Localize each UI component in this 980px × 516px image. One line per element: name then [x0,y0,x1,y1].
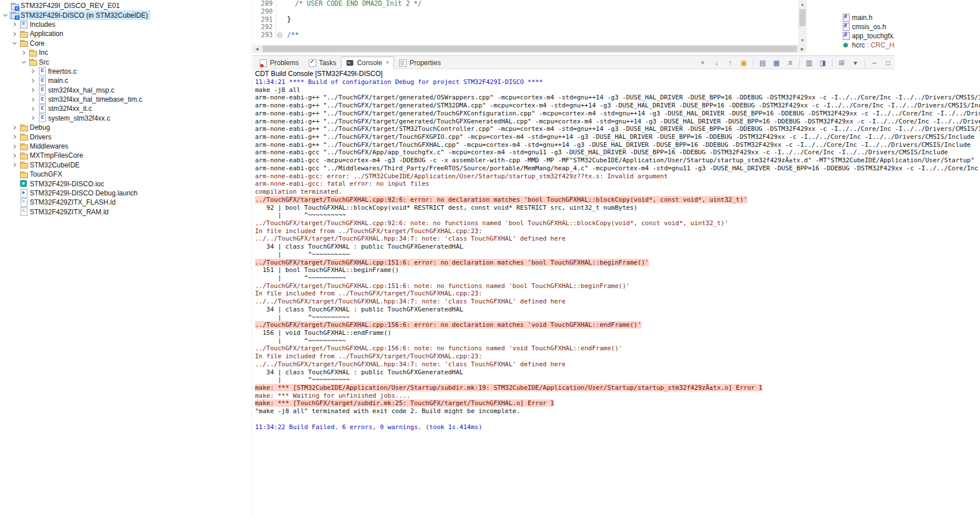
expand-icon[interactable] [29,67,37,75]
outline-item-main-h[interactable]: main.h [839,13,895,22]
console-line: compilation terminated. [255,188,895,196]
tab-label: Properties [409,59,441,67]
collapse-icon[interactable] [10,39,18,47]
minimize-icon[interactable]: – [870,58,879,67]
fold-collapse-icon[interactable]: − [277,33,282,38]
tab-properties[interactable]: Properties [394,57,445,69]
console-line: make: *** [TouchGFX/target/subdir.mk:25:… [255,399,895,407]
tree-indent [10,189,18,197]
tree-item-stm32f429i-disco-rev-e01[interactable]: STM32F429I_DISCO_REV_E01 [0,1,252,10]
expand-icon[interactable] [10,161,18,169]
console-line-text: make: *** [TouchGFX/target/subdir.mk:25:… [255,399,554,407]
code-editor[interactable]: 289 /* USER CODE END DMA2D_Init 2 */2902… [253,0,798,45]
word-wrap-icon[interactable]: ▦ [772,58,781,67]
open-console-icon[interactable]: ⊞ [837,58,846,67]
tab-console[interactable]: Console× [341,57,394,69]
tree-item-stm32f429zitx-ram-ld[interactable]: STM32F429ZITX_RAM.ld [0,207,252,217]
tree-item-system-stm32f4xx-c[interactable]: system_stm32f4xx.c [0,114,252,123]
tab-problems[interactable]: Problems [254,57,304,69]
editor-horizontal-scrollbar[interactable]: ◀ ▶ [253,45,807,53]
tree-item-middlewares[interactable]: Middlewares [0,142,252,151]
tree-item-stm32f429i-disco-in-stm32cubeide[interactable]: STM32F429I-DISCO (in STM32CubeIDE) [0,10,252,19]
vertical-scroll-thumb[interactable] [799,9,806,26]
tree-item-stm32cubeide[interactable]: STM32CubeIDE [0,161,252,170]
collapse-icon[interactable] [19,58,27,66]
show-error-in-editor-icon[interactable]: ▣ [739,58,748,67]
tree-item-main-c[interactable]: main.c [0,76,252,85]
tab-tasks[interactable]: Tasks [304,57,341,69]
console-line: ../../TouchGFX/target/TouchGFXHAL.hpp:34… [255,235,895,243]
editor-vertical-scrollbar[interactable]: ▲ ▼ [798,0,807,45]
next-error-icon[interactable]: ↓ [712,58,721,67]
expand-icon[interactable] [10,123,18,131]
tree-item-debug[interactable]: Debug [0,123,252,132]
expand-icon[interactable] [19,49,27,57]
close-tab-icon[interactable]: × [385,59,389,66]
maximize-icon[interactable]: □ [883,58,893,67]
outline-item-cmsis-os-h[interactable]: cmsis_os.h [839,22,895,31]
console-line: 92 | bool TouchGFXHAL::blockCopy(void* R… [255,204,895,212]
tab-label: Tasks [319,59,337,67]
remove-launch-icon[interactable]: × [698,58,707,67]
console-panel: ProblemsTasksConsole×Properties ×↓↑▣▤▦≡▥… [253,55,895,516]
previous-error-icon[interactable]: ↑ [726,58,735,67]
tree-item-drivers[interactable]: Drivers [0,132,252,141]
tree-item-stm32f4xx-hal-msp-c[interactable]: stm32f4xx_hal_msp.c [0,86,252,95]
fold-column [276,0,284,8]
copy-build-log-icon[interactable]: ◨ [818,58,827,67]
expand-icon[interactable] [29,105,37,113]
c-project-badge-icon [15,6,19,11]
console-line: In file included from ../TouchGFX/target… [255,290,895,298]
console-line: make: *** Waiting for unfinished jobs...… [255,392,895,400]
outline-item-app-touchgfx-h[interactable]: app_touchgfx.h [839,31,895,41]
expand-icon[interactable] [10,21,18,29]
console-line-text: In file included from ../TouchGFX/target… [255,290,482,297]
code-text [284,8,287,16]
console-line-text: "make -j8 all" terminated with exit code… [255,407,520,415]
expand-icon[interactable] [10,30,18,38]
view-tabs: ProblemsTasksConsole×Properties [254,56,445,69]
tree-item-application[interactable]: Application [0,29,252,38]
console-output[interactable]: 11:34:21 **** Build of configuration Deb… [253,78,895,431]
scroll-down-icon[interactable]: ▼ [798,36,807,45]
scroll-up-icon[interactable]: ▲ [798,0,807,9]
expand-icon[interactable] [10,151,18,159]
scroll-right-icon[interactable]: ▶ [798,45,807,53]
expand-icon[interactable] [10,142,18,150]
tree-item-touchgfx[interactable]: TouchGFX [0,170,252,179]
console-line-text: | ^~~~~~~~~~~ [255,251,350,258]
expand-icon[interactable] [29,95,37,103]
cfile-icon [37,105,46,113]
expand-icon[interactable] [29,77,37,85]
expand-icon[interactable] [29,114,37,122]
properties-view-icon [399,59,407,67]
collapse-icon[interactable] [1,11,9,19]
tree-item-freertos-c[interactable]: freertos.c [0,67,252,76]
console-line: arm-none-eabi-g++ "../TouchGFX/target/ST… [255,125,895,133]
tree-item-stm32f429zitx-flash-ld[interactable]: STM32F429ZITX_FLASH.ld [0,198,252,207]
outline-item-label: app_touchgfx.h [852,32,895,40]
tree-item-src[interactable]: Src [0,57,252,66]
open-console-menu-icon[interactable]: ▾ [851,58,860,67]
outline-item-hcrc[interactable]: hcrc : CRC_Handle [839,41,895,50]
console-line: In file included from ../TouchGFX/target… [255,227,895,235]
cfile-icon [37,114,46,122]
tree-item-stm32f429i-disco-debug-launch[interactable]: STM32F429I-DISCO Debug.launch [0,189,252,198]
tree-item-label: stm32f4xx_hal_msp.c [48,86,114,94]
scroll-left-icon[interactable]: ◀ [253,45,261,53]
expand-icon[interactable] [10,133,18,141]
scroll-lock-icon[interactable]: ▤ [758,58,767,67]
horizontal-scroll-thumb[interactable] [262,46,797,52]
tree-item-includes[interactable]: Includes [0,20,252,29]
clear-console-icon[interactable]: ▥ [804,58,814,67]
tree-item-core[interactable]: Core [0,39,252,48]
tree-item-mxtmpfilescore[interactable]: MXTmpFilesCore [0,151,252,160]
tree-item-inc[interactable]: Inc [0,48,252,57]
preferences-icon[interactable]: ≡ [786,58,795,67]
tree-item-stm32f4xx-hal-timebase-tim-c[interactable]: stm32f4xx_hal_timebase_tim.c [0,95,252,104]
tree-item-stm32f4xx-it-c[interactable]: stm32f4xx_it.c [0,104,252,113]
tree-item-stm32f429i-disco-ioc[interactable]: STM32F429I-DISCO.ioc [0,179,252,188]
tab-label: Problems [270,59,299,67]
console-line-text: arm-none-eabi-gcc: fatal error: no input… [255,180,429,187]
expand-icon[interactable] [29,86,37,94]
